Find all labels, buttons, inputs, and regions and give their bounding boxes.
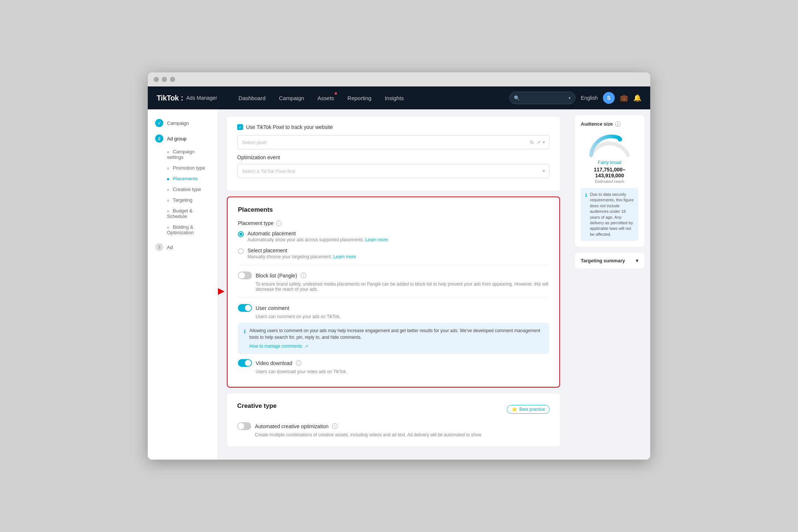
bell-icon[interactable]: 🔔	[633, 94, 641, 102]
auto-placement-desc: Automatically show your ads across suppo…	[248, 237, 549, 242]
auto-creative-label: Automated creative optimization	[255, 423, 328, 429]
close-dot[interactable]	[154, 77, 159, 82]
language-selector[interactable]: English	[581, 95, 598, 101]
best-practice-label: Best practice	[519, 407, 545, 412]
auto-creative-desc: Create multiple combinations of creative…	[255, 432, 550, 437]
select-placement-option[interactable]: Select placement Manually choose your ta…	[238, 248, 549, 259]
sidebar-item-budget-schedule[interactable]: Budget & Schedule	[148, 205, 218, 222]
dot-icon	[167, 200, 169, 202]
search-icon: 🔍	[514, 95, 520, 101]
step1-label: Campaign	[167, 120, 189, 126]
pixel-checkbox-label: Use TikTok Pixel to track your website	[246, 124, 333, 130]
minimize-dot[interactable]	[162, 77, 167, 82]
opt-event-label: Optimization event	[237, 154, 550, 160]
pixel-section: ✓ Use TikTok Pixel to track your website…	[227, 117, 560, 191]
pixel-select-placeholder: Select pixel	[242, 140, 266, 145]
svg-marker-0	[218, 284, 225, 299]
sidebar-item-bidding[interactable]: Bidding & Optimization	[148, 222, 218, 238]
auto-creative-info-icon[interactable]: i	[332, 423, 338, 429]
logo-tiktok: TikTok	[157, 94, 179, 102]
nav-insights[interactable]: Insights	[378, 86, 410, 109]
sidebar-item-creative-type[interactable]: Creative type	[148, 184, 218, 195]
opt-event-placeholder: Select a TikTok Pixel first	[242, 168, 295, 174]
best-practice-button[interactable]: ⭐ Best practice	[507, 405, 550, 414]
sidebar-step-adgroup[interactable]: 2 Ad group	[148, 131, 218, 146]
dot-icon	[167, 178, 169, 180]
targeting-summary-title: Targeting summary	[581, 258, 625, 263]
star-icon: ⭐	[512, 407, 517, 412]
info-box-content: Allowing users to comment on your ads ma…	[249, 327, 543, 349]
sidebar-step-ad[interactable]: 3 Ad	[148, 239, 218, 255]
select-icons: ↻ ↗ ▾	[530, 139, 545, 145]
auto-placement-text: Automatic placement Automatically show y…	[248, 231, 549, 242]
logo-area: TikTok : Ads Manager	[157, 94, 217, 102]
avatar[interactable]: S	[603, 92, 615, 104]
opt-event-select[interactable]: Select a TikTok Pixel first ▾	[237, 164, 550, 178]
auto-placement-learn-more[interactable]: Learn more	[365, 237, 388, 242]
select-placement-radio[interactable]	[238, 248, 244, 254]
sidebar-item-targeting[interactable]: Targeting	[148, 195, 218, 205]
auto-placement-radio[interactable]	[238, 231, 244, 237]
auto-creative-row: Automated creative optimization i	[237, 422, 550, 430]
search-input[interactable]	[523, 95, 566, 101]
chevron-down-icon: ▾	[543, 168, 545, 174]
briefcase-icon[interactable]: 💼	[620, 94, 628, 102]
svg-point-1	[618, 137, 622, 141]
user-comment-info-box: ℹ Allowing users to comment on your ads …	[238, 323, 549, 354]
nav-campaign[interactable]: Campaign	[272, 86, 311, 109]
select-placement-learn-more[interactable]: Learn more	[333, 254, 356, 259]
targeting-summary-header[interactable]: Targeting summary ▾	[581, 258, 638, 263]
blocklist-toggle[interactable]	[238, 272, 252, 279]
video-download-label: Video download	[256, 360, 292, 366]
user-comment-toggle[interactable]	[238, 304, 252, 312]
sidebar: ✓ Campaign 2 Ad group Campaign settings …	[148, 109, 218, 460]
audience-sub: Estimated reach	[581, 179, 638, 184]
video-download-toggle[interactable]	[238, 359, 252, 367]
gauge-svg	[587, 131, 632, 157]
sidebar-item-promotion-type[interactable]: Promotion type	[148, 163, 218, 173]
dot-icon	[167, 226, 169, 229]
pixel-checkbox[interactable]: ✓	[237, 124, 243, 130]
video-download-desc: Users can download your video ads on Tik…	[256, 369, 549, 374]
top-nav: TikTok : Ads Manager Dashboard Campaign …	[148, 86, 650, 109]
manage-comments-link[interactable]: How to manage comments	[249, 344, 302, 349]
select-placement-desc: Manually choose your targeting placement…	[248, 254, 549, 259]
placement-type-info-icon[interactable]: i	[276, 221, 282, 226]
sidebar-step-campaign[interactable]: ✓ Campaign	[148, 115, 218, 131]
logo-colon: :	[181, 94, 184, 102]
refresh-icon[interactable]: ↻	[530, 139, 534, 145]
audience-info-icon[interactable]: i	[615, 121, 621, 127]
placements-title: Placements	[238, 206, 549, 214]
link-icon[interactable]: ↗	[536, 140, 540, 145]
nav-reporting[interactable]: Reporting	[341, 86, 378, 109]
audience-size-card: Audience size i	[575, 115, 644, 247]
placements-card: Placements Placement type i Automatic pl…	[227, 197, 560, 388]
placements-wrapper: Placements Placement type i Automatic pl…	[227, 197, 560, 388]
video-download-row: Video download i	[238, 359, 549, 367]
search-bar[interactable]: 🔍 ▾	[509, 92, 576, 104]
info-circle-icon: ℹ	[244, 328, 246, 349]
targeting-summary-card: Targeting summary ▾	[575, 253, 644, 269]
sidebar-item-campaign-settings[interactable]: Campaign settings	[148, 146, 218, 163]
maximize-dot[interactable]	[170, 77, 175, 82]
dot-icon	[167, 151, 169, 153]
dot-icon	[167, 189, 169, 191]
blocklist-info-icon[interactable]: i	[301, 273, 306, 278]
blocklist-label: Block list (Pangle)	[256, 273, 297, 279]
creative-type-card: Creative type ⭐ Best practice Automated …	[227, 393, 560, 446]
nav-dashboard[interactable]: Dashboard	[232, 86, 272, 109]
video-download-info-icon[interactable]: i	[296, 360, 301, 366]
pixel-select[interactable]: Select pixel ↻ ↗ ▾	[237, 135, 550, 149]
nav-assets[interactable]: Assets	[311, 86, 341, 109]
sidebar-item-placements[interactable]: Placements	[148, 173, 218, 184]
divider2	[238, 298, 549, 298]
divider	[238, 265, 549, 266]
manage-comments-link-row: How to manage comments ↗	[249, 343, 543, 349]
step2-circle: 2	[155, 134, 163, 143]
auto-creative-toggle[interactable]	[237, 422, 251, 430]
creative-type-header: Creative type ⭐ Best practice	[237, 402, 550, 416]
step1-circle: ✓	[155, 119, 163, 127]
creative-type-title: Creative type	[237, 402, 277, 410]
auto-placement-option[interactable]: Automatic placement Automatically show y…	[238, 231, 549, 242]
auto-placement-title: Automatic placement	[248, 231, 549, 236]
